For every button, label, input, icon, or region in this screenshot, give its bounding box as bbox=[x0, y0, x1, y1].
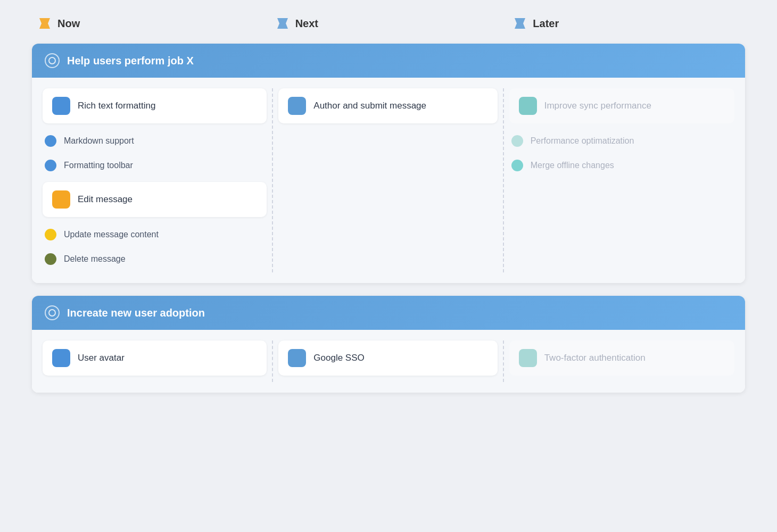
merge-offline-item: Merge offline changes bbox=[509, 154, 734, 177]
column-headers: Now Next Later bbox=[32, 16, 745, 31]
perf-opt-label: Performance optimatization bbox=[531, 136, 634, 146]
now-flag-icon bbox=[37, 16, 52, 31]
group2-next-col: Google SSO bbox=[273, 340, 503, 382]
group1-header: Help users perform job X bbox=[32, 44, 745, 78]
col-later-label: Later bbox=[533, 18, 559, 30]
col-header-now: Now bbox=[37, 16, 264, 31]
user-avatar-icon bbox=[52, 349, 70, 367]
merge-offline-label: Merge offline changes bbox=[531, 161, 614, 170]
markdown-label: Markdown support bbox=[64, 136, 134, 146]
update-message-item: Update message content bbox=[43, 223, 267, 246]
col-header-next: Next bbox=[275, 16, 502, 31]
group2-header-icon bbox=[45, 305, 60, 320]
delete-message-dot bbox=[45, 253, 56, 265]
delete-message-label: Delete message bbox=[64, 254, 126, 264]
group1-header-icon bbox=[45, 53, 60, 68]
group1-next-col: Author and submit message bbox=[273, 88, 503, 272]
edit-message-icon bbox=[52, 190, 70, 209]
next-flag-icon bbox=[275, 16, 290, 31]
rich-text-icon bbox=[52, 97, 70, 115]
update-message-label: Update message content bbox=[64, 230, 159, 239]
sync-perf-icon bbox=[519, 97, 537, 115]
sync-perf-card[interactable]: Improve sync performance bbox=[509, 88, 734, 123]
two-factor-title: Two-factor authentication bbox=[544, 353, 646, 363]
group2-title: Increate new user adoption bbox=[67, 307, 205, 319]
group2-header: Increate new user adoption bbox=[32, 296, 745, 330]
perf-opt-item: Performance optimatization bbox=[509, 130, 734, 152]
col-now-label: Now bbox=[57, 18, 80, 30]
two-factor-card[interactable]: Two-factor authentication bbox=[509, 340, 734, 376]
user-avatar-title: User avatar bbox=[78, 353, 125, 363]
svg-marker-0 bbox=[39, 18, 50, 29]
rich-text-card[interactable]: Rich text formatting bbox=[43, 88, 267, 123]
col-next-label: Next bbox=[295, 18, 318, 30]
col-header-later: Later bbox=[513, 16, 740, 31]
author-submit-card[interactable]: Author and submit message bbox=[278, 88, 497, 123]
formatting-toolbar-dot bbox=[45, 160, 56, 171]
group1-board: Help users perform job X Rich text forma… bbox=[32, 44, 745, 283]
edit-message-card[interactable]: Edit message bbox=[43, 182, 267, 217]
group2-body: User avatar Google SSO Two-factor authen… bbox=[32, 330, 745, 393]
merge-offline-dot bbox=[511, 160, 523, 171]
author-submit-icon bbox=[288, 97, 306, 115]
svg-marker-2 bbox=[515, 18, 525, 29]
formatting-toolbar-item: Formatting toolbar bbox=[43, 154, 267, 177]
group1-now-col: Rich text formatting Markdown support Fo… bbox=[43, 88, 273, 272]
group1-title: Help users perform job X bbox=[67, 55, 194, 67]
two-factor-icon bbox=[519, 349, 537, 367]
svg-marker-1 bbox=[277, 18, 288, 29]
markdown-item: Markdown support bbox=[43, 130, 267, 152]
group2-now-col: User avatar bbox=[43, 340, 273, 382]
group1-later-col: Improve sync performance Performance opt… bbox=[504, 88, 734, 272]
later-flag-icon bbox=[513, 16, 527, 31]
google-sso-card[interactable]: Google SSO bbox=[278, 340, 497, 376]
user-avatar-card[interactable]: User avatar bbox=[43, 340, 267, 376]
sync-perf-title: Improve sync performance bbox=[544, 101, 651, 111]
update-message-dot bbox=[45, 229, 56, 240]
markdown-dot bbox=[45, 135, 56, 147]
formatting-toolbar-label: Formatting toolbar bbox=[64, 161, 133, 170]
google-sso-title: Google SSO bbox=[313, 353, 364, 363]
group1-body: Rich text formatting Markdown support Fo… bbox=[32, 78, 745, 283]
delete-message-item: Delete message bbox=[43, 248, 267, 270]
author-submit-title: Author and submit message bbox=[313, 101, 426, 111]
google-sso-icon bbox=[288, 349, 306, 367]
group2-board: Increate new user adoption User avatar G… bbox=[32, 296, 745, 393]
group2-later-col: Two-factor authentication bbox=[504, 340, 734, 382]
perf-opt-dot bbox=[511, 135, 523, 147]
rich-text-title: Rich text formatting bbox=[78, 101, 155, 111]
edit-message-title: Edit message bbox=[78, 194, 133, 205]
